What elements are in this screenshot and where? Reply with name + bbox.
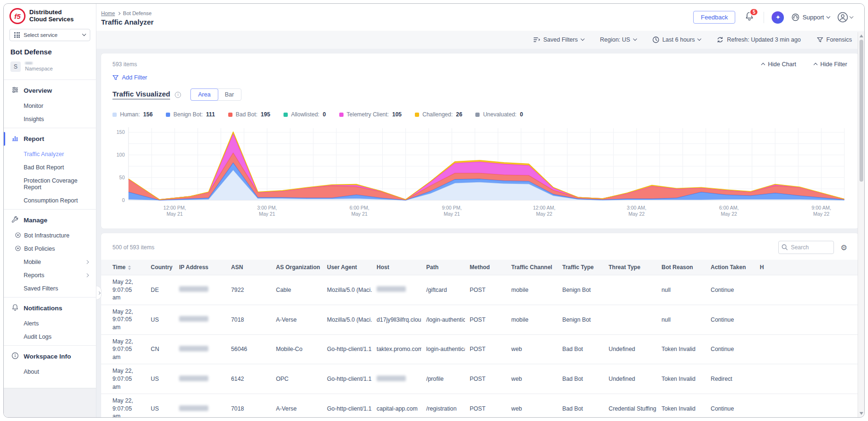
table-cell: May 22, 9:07:05 am	[101, 394, 146, 417]
ai-assistant-button[interactable]: ✦	[772, 11, 784, 24]
sidebar-item-bad-bot-report[interactable]: Bad Bot Report	[4, 161, 96, 174]
sidebar-item-consumption-report[interactable]: Consumption Report	[4, 194, 96, 207]
table-cell	[755, 305, 859, 334]
vertical-scrollbar[interactable]	[858, 32, 864, 417]
main-area: Home Bot Defense Traffic Analyzer Feedba…	[96, 4, 864, 417]
table-cell: Credential Stuffing	[604, 394, 657, 417]
table-cell: Mobile-Co	[271, 334, 322, 364]
sidebar-item-reports[interactable]: Reports	[4, 269, 96, 282]
sidebar-item-protection-coverage-report[interactable]: Protection Coverage Report	[4, 174, 96, 194]
notifications-bell-button[interactable]: 5	[745, 11, 754, 23]
table-cell: web	[507, 334, 558, 364]
sidebar-item-mobile[interactable]: Mobile	[4, 255, 96, 269]
table-cell: Mozilla/5.0 (Maci...	[322, 275, 372, 305]
sidebar-item-saved-filters[interactable]: Saved Filters	[4, 282, 96, 295]
sidebar-item-alerts[interactable]: Alerts	[4, 317, 96, 330]
redacted-value	[179, 316, 208, 322]
hide-filter-button[interactable]: Hide Filter	[814, 61, 847, 68]
sidebar-item-about[interactable]: About	[4, 365, 96, 378]
sort-icon[interactable]	[128, 265, 131, 270]
namespace-selector[interactable]: S Namespace	[4, 61, 96, 78]
apps-grid-icon	[14, 32, 20, 38]
saved-filters-dropdown[interactable]: Saved Filters	[533, 36, 584, 43]
table-header-row: TimeCountryIP AddressASNAS OrganizationU…	[101, 260, 859, 275]
table-cell: 7018	[226, 394, 271, 417]
sidebar-item-bot-infrastructure[interactable]: Bot Infrastructure	[4, 229, 96, 242]
top-header: Home Bot Defense Traffic Analyzer Feedba…	[96, 4, 864, 31]
sidebar-item-audit-logs[interactable]: Audit Logs	[4, 330, 96, 343]
table-cell: null	[657, 305, 706, 334]
table-cell: POST	[465, 394, 507, 417]
hide-chart-button[interactable]: Hide Chart	[762, 61, 796, 68]
column-header-h: H	[755, 260, 859, 275]
legend-item-telemetry-client[interactable]: Telemetry Client: 105	[339, 111, 402, 118]
sidebar-section-workspace-info[interactable]: Workspace Info	[4, 348, 96, 365]
table-body: May 22, 9:07:05 amDE7922CableMozilla/5.0…	[101, 275, 859, 418]
sidebar-item-monitor[interactable]: Monitor	[4, 99, 96, 113]
forensics-button[interactable]: Forensics	[817, 36, 852, 43]
refresh-icon	[717, 36, 723, 43]
select-service-dropdown[interactable]: Select service	[9, 29, 90, 41]
sidebar-item-insights[interactable]: Insights	[4, 113, 96, 126]
add-filter-button[interactable]: Add Filter	[112, 74, 847, 81]
svg-text:3:00 AM,: 3:00 AM,	[627, 205, 646, 210]
stacked-area-chart: 05010015012:00 PM,May 213:00 PM,May 216:…	[112, 125, 847, 226]
sidebar-section-report[interactable]: Report	[4, 130, 96, 148]
breadcrumb: Home Bot Defense	[101, 10, 154, 16]
table-cell: Bad Bot	[558, 334, 604, 364]
redacted-value	[377, 286, 406, 292]
sidebar-divider	[4, 128, 96, 128]
table-row[interactable]: May 22, 9:07:05 amDE7922CableMozilla/5.0…	[101, 275, 859, 305]
table-row[interactable]: May 22, 9:07:05 amCN56046Mobile-CoGo-htt…	[101, 334, 859, 364]
column-header-path: Path	[421, 260, 465, 275]
table-cell: OPC	[271, 364, 322, 394]
brand-logo: f5 Distributed Cloud Services	[4, 4, 96, 27]
legend-item-challenged[interactable]: Challenged: 26	[415, 111, 462, 118]
legend-item-bad-bot[interactable]: Bad Bot: 195	[228, 111, 270, 118]
workspace-title: Bot Defense	[4, 41, 96, 61]
legend-item-allowlisted[interactable]: Allowlisted: 0	[284, 111, 326, 118]
table-cell: Token Invalid	[657, 394, 706, 417]
manage-icon	[11, 216, 19, 225]
bell-icon	[11, 304, 19, 313]
table-row[interactable]: May 22, 9:07:05 amUS7018A-VerseMozilla/5…	[101, 305, 859, 334]
view-bar-button[interactable]: Bar	[218, 89, 241, 100]
column-header-time[interactable]: Time	[101, 260, 146, 275]
sidebar-item-bot-policies[interactable]: Bot Policies	[4, 242, 96, 255]
scroll-down-arrow-icon[interactable]	[859, 412, 863, 415]
time-range-dropdown[interactable]: Last 6 hours	[653, 36, 701, 43]
sidebar-divider	[4, 345, 96, 346]
legend-item-human[interactable]: Human: 156	[112, 111, 153, 118]
table-cell: US	[146, 394, 174, 417]
sidebar-section-overview[interactable]: Overview	[4, 82, 96, 99]
chart-title[interactable]: Traffic Visualized	[112, 90, 170, 99]
legend-item-benign-bot[interactable]: Benign Bot: 111	[166, 111, 215, 118]
table-cell: Undefined	[604, 364, 657, 394]
table-row[interactable]: May 22, 9:07:05 amUS7018A-VerseGo-http-c…	[101, 394, 859, 417]
table-row[interactable]: May 22, 9:07:05 amUS6142OPCGo-http-clien…	[101, 364, 859, 394]
feedback-button[interactable]: Feedback	[693, 11, 735, 24]
scrollbar-thumb[interactable]	[859, 40, 863, 182]
breadcrumb-home-link[interactable]: Home	[101, 10, 115, 16]
svg-text:150: 150	[116, 129, 125, 135]
chevron-down-icon	[580, 37, 584, 41]
column-header-asn: ASN	[226, 260, 271, 275]
legend-item-unevaluated[interactable]: Unevaluated: 0	[475, 111, 523, 118]
sidebar-section-notifications[interactable]: Notifications	[4, 299, 96, 317]
region-dropdown[interactable]: Region: US	[600, 36, 636, 43]
table-cell	[174, 334, 226, 364]
breadcrumb-section: Bot Defense	[123, 10, 152, 16]
sidebar-item-traffic-analyzer[interactable]: Traffic Analyzer	[4, 148, 96, 161]
table-settings-gear-icon[interactable]: ⚙	[841, 243, 847, 252]
scroll-up-arrow-icon[interactable]	[859, 35, 863, 37]
info-icon: i	[175, 92, 181, 98]
sidebar-section-manage[interactable]: Manage	[4, 211, 96, 229]
refresh-button[interactable]: Refresh: Updated 3 min ago	[717, 36, 800, 43]
table-cell: POST	[465, 305, 507, 334]
support-menu[interactable]: Support	[791, 13, 830, 21]
brand-name: Distributed Cloud Services	[29, 9, 74, 23]
user-menu[interactable]	[837, 12, 853, 23]
clock-icon	[653, 36, 659, 43]
view-area-button[interactable]: Area	[190, 88, 218, 101]
svg-text:3:00 PM,: 3:00 PM,	[257, 205, 277, 210]
